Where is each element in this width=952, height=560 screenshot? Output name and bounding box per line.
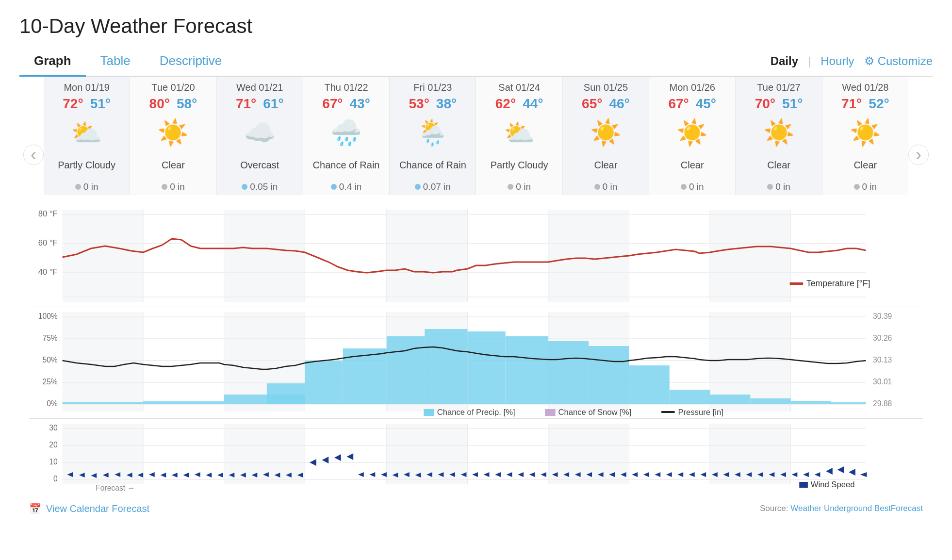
svg-rect-70 (424, 409, 434, 416)
weather-icon-9: ☀️ (825, 115, 905, 149)
svg-marker-153 (700, 472, 706, 477)
svg-rect-21 (790, 282, 803, 285)
day-col-3: Thu 01/22 67° 43° 🌧️ Chance of Rain 0.4 … (303, 77, 390, 195)
day-col-1: Tue 01/20 80° 58° ☀️ Clear 0 in (130, 77, 216, 195)
day-col-0: Mon 01/19 72° 51° ⛅ Partly Cloudy 0 in (44, 77, 130, 195)
precip-chart: 100% 75% 50% 25% 0% 30.39 30.26 30.13 30… (29, 307, 923, 418)
weather-icon-8: ☀️ (739, 115, 819, 149)
svg-text:10: 10 (49, 458, 58, 466)
day-col-6: Sun 01/25 65° 46° ☀️ Clear 0 in (563, 77, 649, 195)
svg-text:50%: 50% (42, 356, 57, 364)
svg-marker-164 (826, 468, 833, 475)
svg-text:Chance of Snow [%]: Chance of Snow [%] (558, 408, 632, 417)
tabs-row: Graph Table Descriptive Daily | Hourly ⚙… (19, 47, 933, 77)
day-col-4: Fri 01/23 53° 38° 🌦️ Chance of Rain 0.07… (390, 77, 476, 195)
page-container: 10-Day Weather Forecast Graph Table Desc… (0, 0, 952, 529)
svg-rect-56 (305, 361, 343, 404)
svg-rect-59 (425, 329, 467, 404)
svg-rect-169 (799, 482, 808, 488)
weather-icon-7: ☀️ (652, 115, 732, 149)
svg-marker-133 (472, 472, 478, 477)
svg-marker-112 (310, 459, 316, 466)
svg-text:40 °F: 40 °F (38, 267, 58, 277)
svg-marker-138 (529, 472, 535, 477)
calendar-link[interactable]: 📅 View Calendar Forecast (29, 503, 149, 514)
svg-marker-167 (860, 472, 867, 477)
svg-rect-74 (661, 411, 674, 413)
svg-text:30: 30 (49, 424, 58, 432)
svg-text:30.01: 30.01 (873, 378, 892, 386)
svg-rect-72 (545, 409, 556, 416)
svg-rect-19 (548, 210, 629, 302)
svg-text:Forecast →: Forecast → (96, 484, 135, 492)
svg-text:20: 20 (49, 441, 58, 449)
calendar-link-text: View Calendar Forecast (46, 503, 149, 514)
weather-icon-1: ☀️ (133, 115, 213, 149)
svg-marker-123 (358, 472, 364, 477)
svg-marker-135 (495, 472, 501, 477)
svg-marker-148 (643, 472, 649, 477)
weather-icon-0: ⛅ (47, 115, 127, 149)
forecast-grid: Mon 01/19 72° 51° ⛅ Partly Cloudy 0 in T… (44, 77, 908, 195)
day-col-5: Sat 01/24 62° 44° ⛅ Partly Cloudy 0 in (476, 77, 562, 195)
svg-rect-62 (548, 341, 589, 404)
svg-rect-66 (710, 395, 750, 404)
svg-rect-61 (506, 336, 548, 404)
svg-text:0: 0 (53, 475, 58, 483)
hourly-view-button[interactable]: Hourly (821, 54, 854, 68)
svg-rect-18 (387, 210, 468, 302)
svg-marker-105 (149, 472, 155, 477)
svg-text:29.88: 29.88 (873, 399, 892, 408)
svg-rect-37 (63, 312, 144, 412)
customize-button[interactable]: ⚙ Customize (864, 54, 933, 68)
svg-rect-91 (387, 424, 468, 484)
svg-marker-152 (689, 472, 695, 477)
svg-rect-68 (791, 401, 831, 404)
svg-marker-111 (217, 473, 223, 478)
day-col-2: Wed 01/21 71° 61° ☁️ Overcast 0.05 in (217, 77, 303, 195)
svg-rect-52 (63, 402, 144, 404)
next-arrow[interactable]: › (908, 145, 929, 165)
svg-marker-125 (381, 472, 387, 477)
daily-view-button[interactable]: Daily (771, 54, 798, 68)
svg-rect-60 (467, 331, 505, 404)
tab-graph[interactable]: Graph (19, 47, 86, 77)
svg-marker-151 (677, 472, 683, 477)
svg-rect-65 (670, 390, 710, 404)
svg-marker-114 (334, 454, 341, 461)
svg-text:0%: 0% (47, 399, 58, 408)
svg-text:30.13: 30.13 (873, 356, 892, 364)
source-link[interactable]: Weather Underground BestForecast (790, 504, 923, 513)
prev-arrow[interactable]: ‹ (23, 145, 44, 165)
weather-icon-3: 🌧️ (306, 115, 386, 149)
temperature-chart: 80 °F 60 °F 40 °F Temperature [°F] (29, 200, 923, 307)
svg-rect-63 (589, 346, 629, 404)
tab-table[interactable]: Table (86, 47, 145, 77)
svg-marker-107 (172, 473, 178, 478)
svg-rect-58 (387, 336, 425, 404)
calendar-icon: 📅 (29, 503, 41, 514)
svg-text:25%: 25% (42, 378, 57, 386)
svg-text:Temperature [°F]: Temperature [°F] (806, 279, 870, 288)
svg-marker-147 (632, 472, 638, 477)
svg-marker-108 (183, 473, 189, 478)
svg-marker-161 (792, 472, 798, 477)
day-col-9: Wed 01/28 71° 52° ☀️ Clear 0 in (822, 77, 908, 195)
svg-text:Chance of Precip. [%]: Chance of Precip. [%] (437, 408, 515, 417)
svg-rect-64 (629, 365, 669, 404)
svg-marker-162 (803, 472, 809, 477)
weather-icon-4: 🌦️ (393, 115, 473, 149)
tab-descriptive[interactable]: Descriptive (145, 47, 237, 77)
svg-rect-55 (267, 383, 305, 404)
svg-text:100%: 100% (38, 312, 58, 320)
weather-icon-5: ⛅ (479, 115, 559, 149)
svg-rect-69 (831, 402, 866, 404)
svg-marker-163 (815, 472, 821, 477)
svg-marker-139 (541, 472, 546, 477)
footer: 📅 View Calendar Forecast Source: Weather… (19, 496, 933, 519)
svg-marker-149 (655, 472, 660, 477)
day-col-8: Tue 01/27 70° 51° ☀️ Clear 0 in (736, 77, 822, 195)
svg-marker-165 (837, 466, 844, 473)
page-title: 10-Day Weather Forecast (19, 15, 933, 38)
gear-icon: ⚙ (864, 54, 875, 68)
